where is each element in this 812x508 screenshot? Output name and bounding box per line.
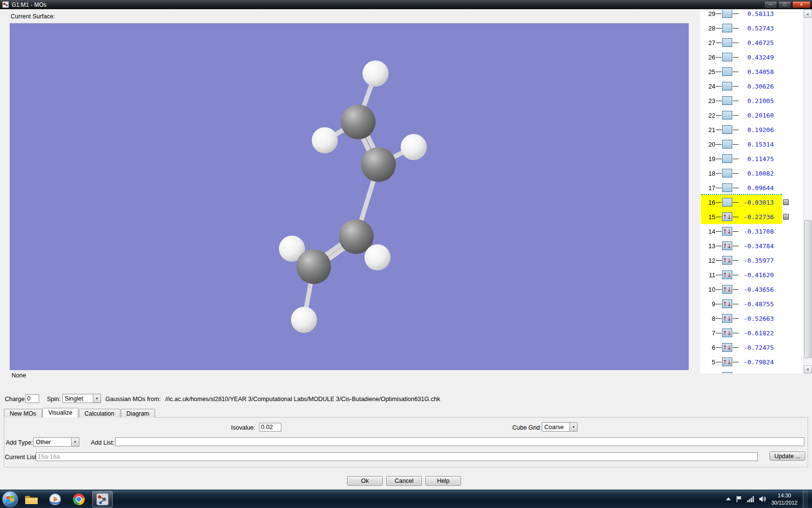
mo-orbital-box[interactable]: ↑↓: [722, 299, 732, 308]
mo-visible-checkbox[interactable]: [783, 214, 789, 220]
add-type-dropdown[interactable]: Other ▼: [33, 437, 79, 447]
tab-visualize[interactable]: Visualize: [43, 408, 78, 418]
mo-orbital-box[interactable]: ↑↓: [722, 38, 732, 47]
update-button[interactable]: Update ...: [769, 451, 805, 461]
help-button[interactable]: Help: [425, 476, 461, 486]
mo-row[interactable]: 29 ↑↓ 0.58113: [700, 10, 803, 21]
mo-orbital-box[interactable]: ↑↓: [722, 314, 732, 323]
mo-list-scrollbar[interactable]: ▲ ▼: [803, 10, 812, 374]
volume-icon[interactable]: [759, 496, 766, 502]
mo-row[interactable]: 11 ↑↓ -0.41620: [700, 268, 803, 282]
mo-row[interactable]: 10 ↑↓ -0.43656: [700, 282, 803, 297]
mo-orbital-box[interactable]: ↑↓: [722, 329, 732, 337]
gaussview-taskbar-icon[interactable]: [92, 491, 113, 508]
mo-row[interactable]: 8 ↑↓ -0.52663: [700, 311, 803, 326]
file-explorer-icon[interactable]: [21, 491, 42, 508]
mo-row[interactable]: 24 ↑↓ 0.30626: [700, 79, 803, 93]
mo-row[interactable]: 26 ↑↓ 0.43249: [700, 50, 803, 64]
charge-input[interactable]: [25, 394, 39, 403]
show-hidden-icons-icon[interactable]: [726, 497, 731, 501]
mo-orbital-box[interactable]: ↑↓: [722, 111, 732, 120]
mo-orbital-box[interactable]: ↑↓: [722, 227, 732, 236]
mo-orbital-box[interactable]: ↑↓: [722, 24, 732, 32]
mo-row[interactable]: 14 ↑↓ -0.31708: [700, 224, 803, 239]
mo-row[interactable]: 17 ↑↓ 0.09644: [700, 180, 803, 195]
spin-dropdown[interactable]: Singlet ▼: [62, 394, 101, 403]
carbon-atom[interactable]: [361, 147, 396, 182]
minimize-button[interactable]: —: [764, 1, 777, 8]
mo-row[interactable]: 9 ↑↓ -0.48755: [700, 297, 803, 311]
start-button[interactable]: [2, 492, 18, 507]
chevron-down-icon[interactable]: ▼: [71, 438, 79, 446]
titlebar[interactable]: G1:M1 - MOs — □ ×: [0, 0, 812, 9]
hydrogen-atom[interactable]: [364, 244, 391, 270]
carbon-atom[interactable]: [296, 249, 331, 284]
mo-row[interactable]: 4 ↑↓: [700, 369, 803, 374]
mo-orbital-box[interactable]: ↑↓: [722, 256, 732, 265]
action-center-flag-icon[interactable]: [736, 496, 742, 502]
hydrogen-atom[interactable]: [362, 60, 389, 87]
mo-orbital-box[interactable]: ↑↓: [722, 140, 732, 149]
mo-row[interactable]: 25 ↑↓ 0.34058: [700, 64, 803, 79]
mo-orbital-box[interactable]: ↑↓: [722, 53, 732, 61]
close-button[interactable]: ×: [792, 1, 811, 8]
mo-row[interactable]: 21 ↑↓ 0.19206: [700, 122, 803, 137]
cube-grid-dropdown[interactable]: Coarse ▼: [542, 422, 578, 432]
current-list-input[interactable]: [36, 452, 758, 461]
mo-row[interactable]: 6 ↑↓ -0.72475: [700, 340, 803, 355]
add-list-input[interactable]: [115, 437, 804, 446]
mo-orbital-box[interactable]: ↑↓: [722, 154, 732, 163]
chevron-down-icon[interactable]: ▼: [93, 394, 101, 403]
show-desktop-button[interactable]: [803, 490, 808, 508]
mo-row[interactable]: 20 ↑↓ 0.15314: [700, 137, 803, 151]
scrollbar-thumb[interactable]: [804, 220, 812, 358]
mo-orbital-box[interactable]: ↑↓: [722, 10, 732, 18]
mo-row[interactable]: 16 ↑↓ -0.03013: [700, 195, 803, 209]
mo-visible-checkbox[interactable]: [783, 199, 789, 205]
mo-orbital-box[interactable]: ↑↓: [722, 183, 732, 192]
tab-diagram[interactable]: Diagram: [121, 409, 155, 418]
mo-orbital-box[interactable]: ↑↓: [722, 241, 732, 250]
clock[interactable]: 14:30 30/11/2012: [771, 492, 798, 506]
mo-orbital-box[interactable]: ↑↓: [722, 67, 732, 76]
mo-row[interactable]: 13 ↑↓ -0.34784: [700, 239, 803, 253]
mo-row[interactable]: 7 ↑↓ -0.61822: [700, 326, 803, 340]
hydrogen-atom[interactable]: [312, 127, 338, 153]
mo-orbital-box[interactable]: ↑↓: [722, 169, 732, 178]
isovalue-input[interactable]: [259, 423, 281, 432]
chrome-icon[interactable]: [69, 491, 89, 508]
scroll-up-icon[interactable]: ▲: [804, 10, 812, 18]
media-player-icon[interactable]: [45, 491, 65, 508]
mo-row[interactable]: 12 ↑↓ -0.35977: [700, 253, 803, 268]
mo-row[interactable]: 19 ↑↓ 0.11475: [700, 151, 803, 166]
mo-orbital-box[interactable]: ↑↓: [722, 285, 732, 294]
molecule-viewer[interactable]: [10, 23, 689, 370]
restore-button[interactable]: □: [778, 1, 791, 8]
mo-orbital-box[interactable]: ↑↓: [722, 372, 732, 374]
mo-row[interactable]: 28 ↑↓ 0.52743: [700, 21, 803, 35]
chevron-down-icon[interactable]: ▼: [569, 423, 577, 431]
mo-row[interactable]: 23 ↑↓ 0.21005: [700, 93, 803, 108]
cancel-button[interactable]: Cancel: [386, 476, 422, 486]
mo-orbital-box[interactable]: ↑↓: [722, 212, 732, 221]
scroll-down-icon[interactable]: ▼: [804, 365, 812, 374]
mo-row[interactable]: 5 ↑↓ -0.79824: [700, 355, 803, 369]
mo-orbital-box[interactable]: ↑↓: [722, 82, 732, 90]
hydrogen-atom[interactable]: [401, 134, 427, 160]
ok-button[interactable]: Ok: [347, 476, 383, 486]
mo-row[interactable]: 15 ↑↓ -0.22736: [700, 209, 803, 224]
tab-calculation[interactable]: Calculation: [79, 409, 120, 418]
carbon-atom[interactable]: [341, 105, 376, 139]
mo-orbital-box[interactable]: ↑↓: [722, 270, 732, 279]
mo-row[interactable]: 22 ↑↓ 0.20160: [700, 108, 803, 122]
tab-new-mos[interactable]: New MOs: [4, 409, 42, 418]
mo-orbital-box[interactable]: ↑↓: [722, 198, 732, 207]
hydrogen-atom[interactable]: [291, 307, 317, 333]
mo-row[interactable]: 27 ↑↓ 0.46725: [700, 35, 803, 50]
network-status-icon[interactable]: [747, 496, 754, 502]
mo-orbital-box[interactable]: ↑↓: [722, 343, 732, 352]
mo-row[interactable]: 18 ↑↓ 0.10082: [700, 166, 803, 180]
mo-orbital-box[interactable]: ↑↓: [722, 358, 732, 366]
mo-orbital-box[interactable]: ↑↓: [722, 125, 732, 134]
mo-orbital-box[interactable]: ↑↓: [722, 96, 732, 105]
